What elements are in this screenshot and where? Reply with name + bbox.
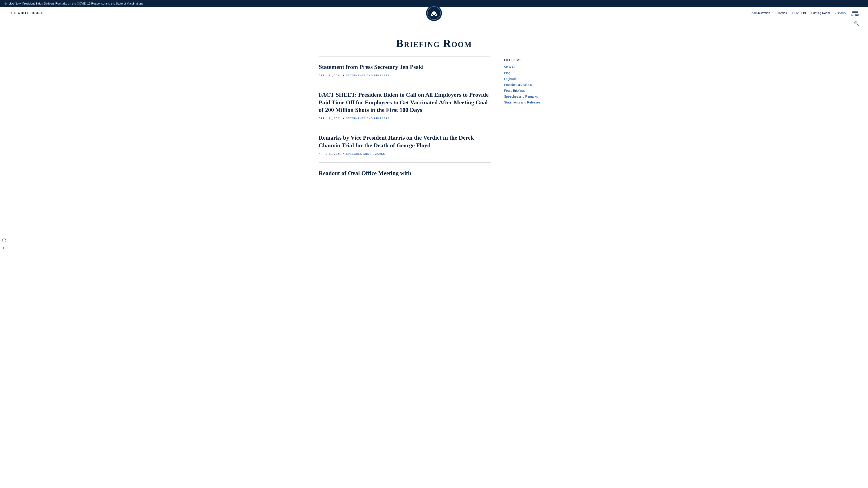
search-icon[interactable]: 🔍 — [854, 21, 859, 26]
filter-blog[interactable]: Blog — [504, 71, 549, 75]
filter-presidential-actions[interactable]: Presidential Actions — [504, 83, 549, 87]
filter-press-briefings[interactable]: Press Briefings — [504, 89, 549, 92]
article-meta: April 21, 2021 • Statements and Releases — [319, 74, 491, 77]
articles-section: Statement from Press Secretary Jen Psaki… — [319, 56, 491, 187]
article-category[interactable]: Statements and Releases — [346, 117, 390, 120]
menu-button[interactable]: MENU — [851, 10, 859, 16]
svg-rect-6 — [435, 14, 436, 15]
menu-line-2 — [852, 11, 858, 11]
svg-rect-4 — [433, 15, 435, 16]
live-dot — [4, 2, 7, 5]
svg-rect-5 — [432, 14, 433, 15]
article-meta: April 21, 2021 • Statements and Releases — [319, 117, 491, 120]
filter-view-all[interactable]: View All — [504, 65, 549, 69]
article-meta-sep: • — [343, 152, 344, 156]
article-title[interactable]: Readout of Oval Office Meeting with — [319, 169, 491, 177]
main-content: Statement from Press Secretary Jen Psaki… — [310, 56, 558, 200]
nav-priorities[interactable]: Priorities — [776, 11, 787, 15]
menu-line-1 — [852, 10, 858, 10]
nav-administration[interactable]: Administration — [751, 11, 770, 15]
article-meta-sep: • — [343, 74, 344, 77]
article-title[interactable]: FACT SHEET: President Biden to Call on A… — [319, 91, 491, 114]
live-banner-text: Live Now: President Biden Delivers Remar… — [8, 2, 143, 5]
svg-rect-7 — [434, 11, 434, 12]
article-item: Remarks by Vice President Harris on the … — [319, 127, 491, 163]
article-item: FACT SHEET: President Biden to Call on A… — [319, 84, 491, 127]
filter-speeches-remarks[interactable]: Speeches and Remarks — [504, 95, 549, 98]
article-title[interactable]: Remarks by Vice President Harris on the … — [319, 134, 491, 149]
article-title[interactable]: Statement from Press Secretary Jen Psaki — [319, 63, 491, 71]
nav-espanol[interactable]: Español — [835, 11, 846, 15]
header-logo[interactable] — [426, 5, 442, 21]
sidebar: Filter By: View All Blog Legislation Pre… — [504, 56, 549, 187]
filter-statements-releases[interactable]: Statements and Releases — [504, 101, 549, 104]
filter-legislation[interactable]: Legislation — [504, 77, 549, 80]
article-category[interactable]: Statements and Releases — [346, 74, 390, 77]
article-item: Statement from Press Secretary Jen Psaki… — [319, 56, 491, 84]
main-nav: Administration Priorities COVID-19 Brief… — [751, 10, 859, 16]
article-meta: April 21, 2021 • Speeches and Remarks — [319, 152, 491, 156]
nav-covid19[interactable]: COVID-19 — [792, 11, 806, 15]
article-date: April 21, 2021 — [319, 117, 341, 120]
header-left: The White House — [9, 11, 43, 15]
whitehouse-logo-svg — [430, 9, 438, 17]
logo-inner — [427, 6, 441, 20]
article-item: Readout of Oval Office Meeting with — [319, 163, 491, 187]
page-title-section: Briefing Room — [0, 28, 868, 56]
site-title: The White House — [9, 11, 43, 15]
menu-label: MENU — [851, 14, 859, 16]
logo-circle — [426, 5, 442, 21]
menu-line-3 — [852, 12, 858, 13]
menu-lines — [852, 10, 858, 13]
nav-briefing-room[interactable]: Briefing Room — [811, 11, 830, 15]
page-title: Briefing Room — [4, 37, 864, 50]
site-header: The White House Administration Priori — [0, 7, 868, 19]
article-meta-sep: • — [343, 117, 344, 120]
article-date: April 21, 2021 — [319, 74, 341, 77]
article-category[interactable]: Speeches and Remarks — [346, 153, 385, 155]
filter-label: Filter By: — [504, 59, 549, 62]
article-date: April 21, 2021 — [319, 153, 341, 155]
